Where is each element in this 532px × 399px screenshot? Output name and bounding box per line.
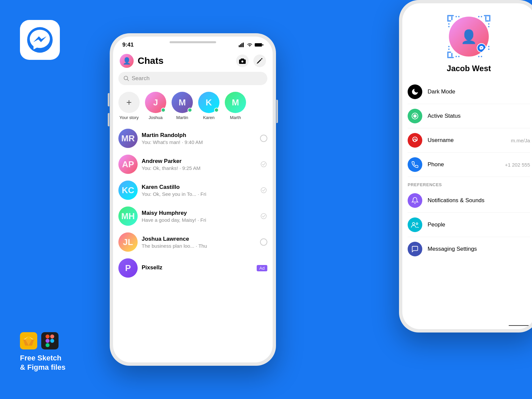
search-icon [124,76,129,81]
joshua-lawrence-read [260,238,267,246]
karen-castillo-initials: KC [118,181,138,200]
karen-story-avatar: K [198,92,219,113]
settings-dark-mode[interactable]: Dark Mode [408,80,530,104]
read-checkmark-maisy [261,213,267,219]
settings-notifications[interactable]: Notifications & Sounds [408,189,530,213]
marth-initials: M [225,92,246,113]
story-martin[interactable]: M Martin [172,92,193,120]
andrew-parker-content: Andrew Parker You: Ok, thanks! · 9:25 AM [142,158,256,171]
story-karen[interactable]: K Karen [198,92,219,120]
sketch-icon [23,335,35,346]
svg-point-56 [412,222,415,225]
karen-castillo-content: Karen Castillo You: Ok, See you in To...… [142,184,256,197]
joshua-lawrence-meta [260,238,267,246]
story-your-story[interactable]: + Your story [118,92,140,120]
settings-people[interactable]: People [408,213,530,237]
svg-rect-37 [478,16,479,17]
read-checkmark [261,161,267,167]
camera-icon [239,58,246,64]
svg-rect-18 [262,44,263,46]
tools-label: Free Sketch & Figma files [20,353,66,372]
search-container: Search [113,72,273,89]
story-add-icon: + [118,92,140,113]
svg-rect-50 [481,56,482,57]
marth-avatar-img: M [225,92,246,113]
pixsellz-content: Pixsellz [142,264,253,272]
active-status-icon-container [408,109,422,123]
svg-point-19 [241,61,243,63]
chat-item-pixsellz[interactable]: P Pixsellz Ad [113,255,273,281]
people-icon-container [408,217,422,232]
joshua-lawrence-content: Joshua Lawrence The business plan loo...… [142,236,256,249]
pixsellz-avatar: P [118,258,138,278]
sketch-icon-container [20,332,37,349]
camera-button[interactable] [236,55,249,67]
status-time: 9:41 [122,42,134,48]
at-icon [411,136,419,144]
username-label: Username [428,137,505,144]
settings-phone[interactable]: Phone +1 202 555 [408,153,530,177]
pixsellz-initials: P [118,258,138,278]
maisy-humphrey-avatar: MH [118,206,138,226]
moon-icon [411,88,419,96]
messenger-logo-svg [27,27,53,53]
svg-rect-36 [485,16,486,20]
joshua-story-avatar: J [145,92,166,113]
compose-button[interactable] [253,55,266,67]
martin-randolph-meta [260,135,267,142]
svg-rect-17 [255,43,262,47]
svg-rect-29 [456,16,457,17]
karen-castillo-name: Karen Castillo [142,184,256,191]
martin-active-dot [188,108,192,112]
pixsellz-name: Pixsellz [142,264,253,271]
pixsellz-meta: Ad [257,265,267,271]
chat-item-joshua-lawrence[interactable]: JL Joshua Lawrence The business plan loo… [113,229,273,255]
andrew-parker-initials: AP [118,155,138,174]
chats-title: Chats [138,56,232,66]
chat-item-maisy-humphrey[interactable]: MH Maisy Humphrey Have a good day, Maisy… [113,203,273,229]
phone-chats: 9:41 [110,33,276,366]
chat-item-karen-castillo[interactable]: KC Karen Castillo You: Ok, See you in To… [113,177,273,203]
andrew-parker-preview: You: Ok, thanks! · 9:25 AM [142,165,256,171]
story-marth[interactable]: M Marth [225,92,246,120]
story-joshua[interactable]: J Joshua [145,92,166,120]
joshua-active-dot [161,108,166,112]
signal-icon [239,43,245,47]
svg-rect-43 [447,52,451,53]
svg-rect-10 [46,339,50,343]
messenger-logo [20,20,60,60]
joshua-lawrence-name: Joshua Lawrence [142,236,256,242]
svg-rect-47 [448,46,450,47]
joshua-lawrence-preview: The business plan loo... · Thu [142,243,256,249]
chat-item-martin-randolph[interactable]: MR Martin Randolph You: What's man! · 9:… [113,125,273,151]
messaging-icon-container [408,242,422,256]
wifi-icon [247,43,253,47]
svg-point-23 [261,188,266,193]
stories-row: + Your story J Joshua [113,89,273,125]
chat-item-andrew-parker[interactable]: AP Andrew Parker You: Ok, thanks! · 9:25… [113,151,273,177]
andrew-parker-name: Andrew Parker [142,158,256,165]
preferences-label: PREFERENCES [408,177,530,189]
username-icon-container [408,133,422,148]
read-checkmark-karen [261,187,267,193]
user-avatar[interactable]: 👤 [120,54,134,68]
active-status-icon [411,112,419,120]
user-avatar-initials: 👤 [120,54,134,68]
settings-messaging[interactable]: Messaging Settings [408,237,530,261]
maisy-humphrey-name: Maisy Humphrey [142,210,256,216]
phone-frame-2: 👤 Jacob West [399,0,532,332]
svg-rect-38 [481,16,482,17]
martin-randolph-initials: MR [118,129,138,148]
settings-active-status[interactable]: Active Status [408,104,530,128]
settings-username[interactable]: Username m.me/Ja [408,128,530,153]
karen-active-dot [214,108,219,112]
profile-avatar-section: 👤 Jacob West [402,3,532,80]
joshua-story-label: Joshua [149,115,163,120]
maisy-humphrey-content: Maisy Humphrey Have a good day, Maisy! ·… [142,210,256,223]
karen-castillo-read [260,187,267,194]
phone-icon-container [408,157,422,172]
search-bar[interactable]: Search [118,72,267,85]
svg-rect-11 [46,343,50,347]
battery-icon [255,43,263,47]
svg-point-20 [124,76,128,80]
